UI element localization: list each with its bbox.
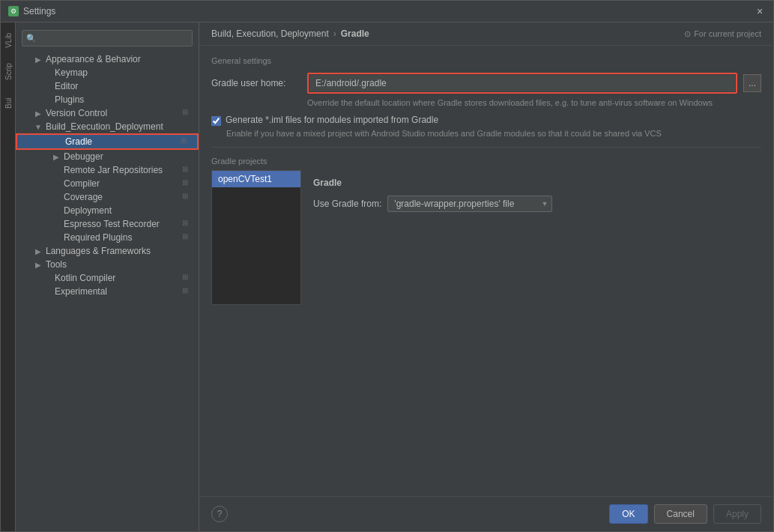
sidebar-item-build-execution[interactable]: Build_Execution_Deployment — [16, 120, 199, 133]
help-button[interactable]: ? — [211, 506, 228, 522]
sidebar-label-build: Build_Execution_Deployment — [46, 121, 163, 132]
general-settings-label: General settings — [211, 56, 761, 65]
generate-iml-hint: Enable if you have a mixed project with … — [226, 129, 761, 138]
sidebar-item-gradle[interactable]: Gradle ⊞ — [16, 133, 199, 150]
sidebar-label-remote-jar: Remote Jar Repositories — [64, 165, 163, 175]
tree-arrow-build — [34, 122, 43, 131]
ext-icon-remote-jar: ⊞ — [182, 165, 193, 175]
sidebar-label-kotlin: Kotlin Compiler — [55, 273, 115, 283]
sidebar-item-compiler[interactable]: Compiler ⊞ — [16, 177, 199, 190]
sidebar-label-gradle: Gradle — [65, 136, 92, 147]
project-settings-panel: Gradle Use Gradle from: 'gradle-wrapper.… — [301, 170, 761, 305]
ext-icon-espresso: ⊞ — [182, 219, 193, 229]
sidebar-item-kotlin[interactable]: Kotlin Compiler ⊞ — [16, 271, 199, 285]
search-box[interactable]: 🔍 — [22, 30, 193, 46]
breadcrumb-bar: Build, Execution, Deployment › Gradle ⊙ … — [199, 22, 773, 46]
sidebar-item-languages[interactable]: Languages & Frameworks — [16, 244, 199, 258]
app-icon: ⚙ — [8, 6, 19, 16]
breadcrumb-separator: › — [333, 28, 336, 39]
sidebar-item-remote-jar[interactable]: Remote Jar Repositories ⊞ — [16, 163, 199, 177]
gradle-home-input[interactable] — [309, 75, 735, 91]
sidebar-label-experimental: Experimental — [55, 286, 107, 297]
sidebar-label-compiler: Compiler — [64, 178, 100, 189]
strip-item-scrip[interactable]: Scrip — [2, 57, 14, 87]
ext-icon-kotlin: ⊞ — [182, 273, 193, 283]
generate-iml-checkbox[interactable] — [211, 116, 221, 126]
sidebar-item-keymap[interactable]: Keymap — [16, 66, 199, 79]
sidebar-item-version-control[interactable]: Version Control ⊞ — [16, 106, 199, 120]
apply-button[interactable]: Apply — [713, 504, 761, 524]
sidebar-item-appearance[interactable]: Appearance & Behavior — [16, 52, 199, 66]
tree-arrow-tools — [34, 260, 43, 269]
projects-list: openCVTest1 — [211, 170, 301, 305]
sidebar-item-plugins[interactable]: Plugins — [16, 93, 199, 106]
ext-icon-gradle: ⊞ — [181, 136, 191, 147]
sidebar-label-espresso: Espresso Test Recorder — [64, 219, 160, 229]
sidebar-label-languages: Languages & Frameworks — [46, 246, 151, 256]
sidebar-item-coverage[interactable]: Coverage ⊞ — [16, 190, 199, 204]
sidebar-label-deployment: Deployment — [64, 205, 112, 216]
title-bar-left: ⚙ Settings — [8, 6, 55, 16]
gradle-from-label: Use Gradle from: — [313, 199, 381, 209]
ok-button[interactable]: OK — [609, 504, 647, 524]
sidebar-label-keymap: Keymap — [55, 67, 88, 78]
gradle-projects-label: Gradle projects — [211, 157, 761, 166]
tree-arrow-debugger — [52, 152, 61, 161]
dialog-title: Settings — [23, 6, 55, 16]
ext-icon-experimental: ⊞ — [182, 286, 193, 297]
gradle-home-input-wrapper — [307, 73, 737, 94]
sidebar-label-plugins: Plugins — [55, 94, 84, 105]
search-icon: 🔍 — [26, 34, 37, 43]
sidebar-label-tools: Tools — [46, 259, 67, 270]
gradle-from-select-wrapper[interactable]: 'gradle-wrapper.properties' file Specifi… — [387, 196, 552, 212]
sidebar: 🔍 Appearance & Behavior Keymap Editor Pl… — [16, 22, 199, 531]
sidebar-item-editor[interactable]: Editor — [16, 79, 199, 93]
sidebar-label-debugger: Debugger — [64, 151, 103, 162]
ext-icon-compiler: ⊞ — [182, 178, 193, 189]
main-content: Build, Execution, Deployment › Gradle ⊙ … — [199, 22, 773, 531]
title-bar: ⚙ Settings × — [1, 1, 773, 22]
sidebar-item-espresso[interactable]: Espresso Test Recorder ⊞ — [16, 217, 199, 231]
close-button[interactable]: × — [754, 5, 766, 17]
strip-item-bui[interactable]: Bui — [2, 88, 14, 118]
gradle-user-home-row: Gradle user home: ... — [211, 73, 761, 94]
sidebar-label-editor: Editor — [55, 81, 78, 91]
sidebar-item-debugger[interactable]: Debugger — [16, 150, 199, 163]
gradle-from-select[interactable]: 'gradle-wrapper.properties' file Specifi… — [387, 196, 552, 212]
project-item-opencvtest1[interactable]: openCVTest1 — [212, 171, 300, 187]
sidebar-label-appearance: Appearance & Behavior — [46, 54, 141, 64]
sidebar-item-deployment[interactable]: Deployment — [16, 204, 199, 217]
gradle-home-hint: Override the default location where Grad… — [307, 98, 761, 107]
for-project-icon: ⊙ — [684, 29, 691, 39]
section-divider — [211, 147, 761, 148]
breadcrumb-current: Gradle — [341, 28, 369, 39]
gradle-home-label: Gradle user home: — [211, 78, 301, 88]
tree-arrow-vc — [34, 109, 43, 118]
cancel-button[interactable]: Cancel — [654, 504, 707, 524]
sidebar-item-experimental[interactable]: Experimental ⊞ — [16, 285, 199, 298]
left-strip: VLib Scrip Bui — [1, 22, 16, 531]
generate-iml-row: Generate *.iml files for modules importe… — [211, 115, 761, 126]
sidebar-label-required: Required Plugins — [64, 232, 132, 243]
content-area: General settings Gradle user home: ... O… — [199, 46, 773, 496]
tree-arrow-languages — [34, 247, 43, 256]
sidebar-label-vc: Version Control — [46, 108, 107, 118]
tree-arrow-appearance — [34, 55, 43, 64]
ext-icon-required: ⊞ — [182, 232, 193, 243]
sidebar-item-tools[interactable]: Tools — [16, 258, 199, 271]
bottom-bar: ? OK Cancel Apply — [199, 496, 773, 531]
search-input[interactable] — [22, 30, 193, 46]
sidebar-item-required-plugins[interactable]: Required Plugins ⊞ — [16, 231, 199, 244]
sidebar-label-coverage: Coverage — [64, 192, 103, 202]
for-current-project: ⊙ For current project — [684, 29, 761, 39]
settings-dialog: ⚙ Settings × VLib Scrip Bui 🔍 Appearance… — [0, 0, 774, 532]
gradle-from-row: Use Gradle from: 'gradle-wrapper.propert… — [313, 196, 749, 212]
project-settings-title: Gradle — [313, 178, 749, 188]
browse-button[interactable]: ... — [743, 74, 761, 92]
strip-item-vlib[interactable]: VLib — [2, 25, 14, 55]
generate-iml-label: Generate *.iml files for modules importe… — [226, 115, 438, 125]
breadcrumb-path: Build, Execution, Deployment — [211, 28, 329, 39]
ext-icon-coverage: ⊞ — [182, 192, 193, 202]
projects-panel: openCVTest1 Gradle Use Gradle from: 'gra… — [211, 170, 761, 305]
dialog-body: VLib Scrip Bui 🔍 Appearance & Behavior K… — [1, 22, 773, 531]
